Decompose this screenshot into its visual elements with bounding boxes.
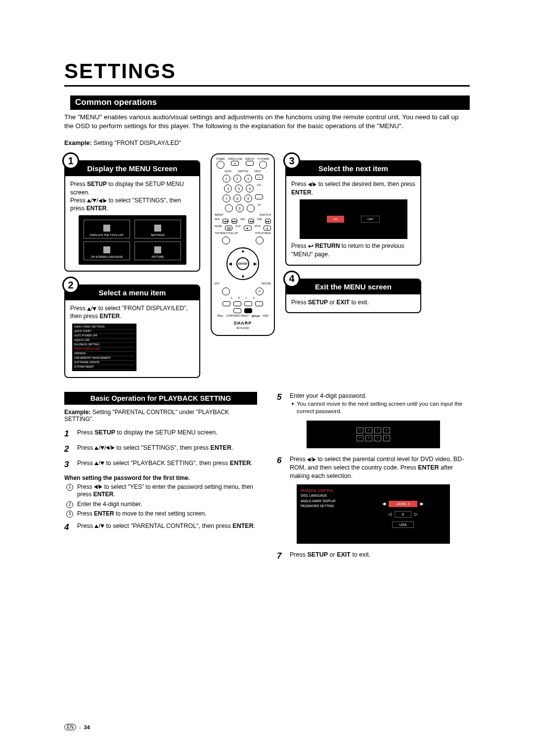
exit-kw: EXIT bbox=[336, 299, 350, 306]
label: FUNCTION bbox=[260, 214, 271, 217]
list-item: AQUOS LINK bbox=[74, 338, 134, 343]
step-1: 1 Display the MENU Screen Press SETUP to… bbox=[64, 160, 200, 272]
t: Press bbox=[291, 181, 308, 188]
on-pill: ON bbox=[327, 216, 344, 223]
model-label: BD PLAYER bbox=[237, 328, 249, 330]
t: . bbox=[312, 189, 313, 196]
example-text: Setting "FRONT DISPLAY/LED" bbox=[92, 140, 181, 146]
basic-operation-section: Basic Operation for PLAYBACK SETTING Exa… bbox=[64, 392, 470, 566]
enter-kw: ENTER bbox=[87, 205, 107, 212]
step-4-badge: 4 bbox=[283, 271, 300, 287]
password-entry-illustration: **** **** bbox=[307, 421, 440, 448]
label: REV bbox=[240, 219, 245, 224]
t: Press bbox=[291, 242, 308, 249]
left-icon bbox=[98, 199, 102, 203]
step-number: 1 bbox=[64, 428, 72, 440]
t: or bbox=[328, 299, 336, 306]
step-1-title: Display the MENU Screen bbox=[65, 161, 199, 176]
step-2: 2 Select a menu item Press / to select "… bbox=[64, 284, 200, 378]
example-line: Example: Setting "FRONT DISPLAY/LED" bbox=[64, 140, 470, 146]
page-number: 34 bbox=[84, 724, 90, 730]
step-3-title: Select the next item bbox=[286, 161, 420, 176]
down-icon bbox=[92, 199, 96, 202]
t: . bbox=[120, 313, 121, 320]
tile-label: SETTINGS bbox=[151, 234, 165, 237]
tile-label: ON SCREEN LANGUAGE bbox=[91, 255, 123, 259]
password-note: When setting the password for the first … bbox=[64, 474, 257, 481]
label: SKIP bbox=[215, 219, 220, 224]
remote-dpad: ENTER ▲ ▼ ◀ ▶ bbox=[226, 247, 259, 280]
list-item-selected: FRONT DISPLAY/LED bbox=[74, 347, 134, 352]
t: Press bbox=[70, 181, 87, 188]
right-icon bbox=[103, 199, 107, 203]
list-item: USB MEMORY MANAGEMENT bbox=[74, 356, 134, 361]
t: Press bbox=[70, 197, 87, 204]
sub-step-number: 3 bbox=[66, 511, 73, 518]
setup-kw: SETUP bbox=[87, 181, 107, 188]
step-4: 4 Exit the MENU screen Press SETUP or EX… bbox=[285, 279, 421, 313]
t: . bbox=[106, 205, 108, 212]
step-2-title: Select a menu item bbox=[65, 285, 199, 300]
up-icon bbox=[87, 199, 91, 202]
step-2-badge: 2 bbox=[62, 277, 79, 293]
intro-text: The "MENU" enables various audio/visual … bbox=[64, 113, 470, 131]
remote-control-illustration: POWER OPEN/CLOSE▲ DISPLAY TV POWER AUDIO… bbox=[211, 153, 275, 336]
step-number: 4 bbox=[64, 522, 72, 533]
label: POP-UP MENU bbox=[255, 233, 271, 235]
step-number: 7 bbox=[277, 551, 285, 562]
label: VOL bbox=[257, 185, 261, 192]
label: RETURN bbox=[262, 283, 271, 285]
step-number: 3 bbox=[64, 459, 72, 471]
return-icon: ↩ bbox=[308, 242, 313, 251]
step-4-title: Exit the MENU screen bbox=[286, 280, 420, 294]
page-title: SETTINGS bbox=[64, 59, 470, 87]
list-item: VERSION bbox=[74, 352, 134, 356]
lang-badge: EN bbox=[64, 724, 76, 730]
label: AUDIO bbox=[224, 171, 231, 173]
list-item: QUICK START bbox=[74, 330, 134, 334]
step-number: 2 bbox=[64, 444, 72, 455]
off-pill: OFF bbox=[361, 216, 380, 223]
label: REPEAT bbox=[215, 214, 223, 217]
page-footer: EN - 34 bbox=[64, 724, 90, 730]
up-icon bbox=[87, 307, 91, 311]
step-number: 5 bbox=[277, 392, 285, 417]
tile-label: PICTURE bbox=[152, 255, 164, 259]
label: INPUT bbox=[254, 171, 261, 173]
label: STOP bbox=[255, 226, 261, 231]
label: FWD bbox=[257, 219, 262, 224]
list-item: PLAYBACK SETTING bbox=[74, 343, 134, 347]
t: Press bbox=[291, 299, 308, 306]
t: to select the desired item, then press bbox=[316, 181, 415, 188]
enter-kw: ENTER bbox=[99, 313, 120, 320]
t: Press bbox=[70, 305, 87, 312]
brand-label: SHARP bbox=[234, 321, 252, 326]
list-item: SYSTEM RESET bbox=[74, 365, 134, 370]
basic-op-header: Basic Operation for PLAYBACK SETTING bbox=[64, 392, 257, 405]
list-item: AUTO POWER OFF bbox=[74, 334, 134, 338]
settings-list-illustration: AUDIO VIDEO SETTINGS QUICK START AUTO PO… bbox=[72, 324, 136, 371]
label: CH bbox=[258, 204, 261, 212]
onoff-illustration: ON OFF bbox=[300, 199, 407, 239]
example-label: Example: bbox=[64, 409, 90, 416]
sub-step-number: 2 bbox=[66, 501, 73, 508]
t: to exit. bbox=[350, 299, 369, 306]
label: TOP MENU/TITLE LIST bbox=[215, 233, 238, 235]
list-item: AUDIO VIDEO SETTINGS bbox=[74, 325, 134, 330]
step-number: 6 bbox=[277, 455, 285, 480]
label: SUBTITLE bbox=[238, 171, 249, 173]
label: EXIT bbox=[215, 283, 220, 285]
left-icon bbox=[308, 183, 312, 187]
return-kw: RETURN bbox=[315, 242, 340, 249]
setup-kw: SETUP bbox=[308, 299, 328, 306]
label: PLAY bbox=[235, 226, 241, 231]
list-item: SOFTWARE UPDATE bbox=[74, 361, 134, 365]
enter-kw: ENTER bbox=[291, 189, 312, 196]
tile-label: DISPLAYS THE TITLE LIST bbox=[90, 234, 124, 237]
label: PAUSE bbox=[215, 226, 222, 231]
parental-control-illustration: PARENTAL CONTROL DISC LANGUAGE ANGLE MAR… bbox=[297, 484, 450, 544]
section-common-operations: Common operations bbox=[70, 95, 470, 110]
example-label: Example: bbox=[64, 140, 92, 146]
steps-row: 1 Display the MENU Screen Press SETUP to… bbox=[64, 153, 470, 378]
menu-screen-illustration: DISPLAYS THE TITLE LIST SETTINGS ON SCRE… bbox=[79, 215, 186, 265]
